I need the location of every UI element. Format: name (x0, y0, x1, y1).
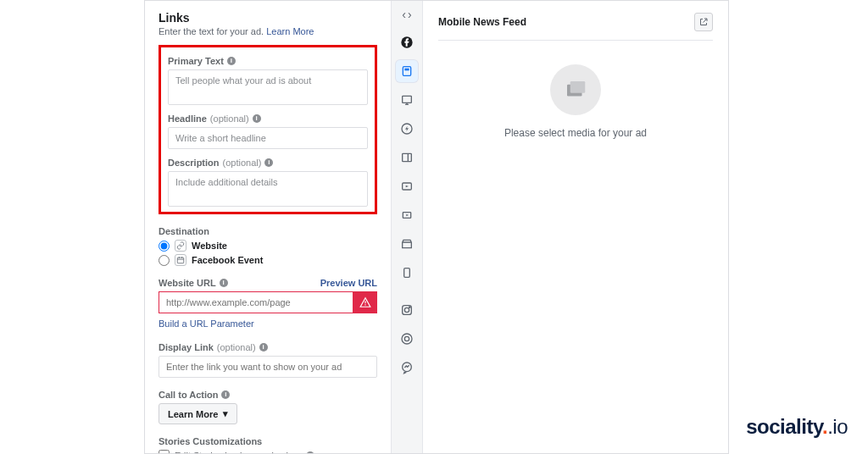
info-icon[interactable]: i (306, 451, 314, 454)
headline-label: Headline(optional) i (168, 114, 368, 124)
media-placeholder-icon (550, 64, 601, 115)
open-preview-button[interactable] (694, 13, 713, 31)
svg-point-11 (404, 307, 409, 312)
svg-rect-0 (177, 257, 184, 263)
rail-audience-network-icon[interactable] (396, 328, 418, 350)
svg-rect-2 (403, 67, 410, 76)
website-url-block: Website URL i Preview URL Build a URL Pa… (159, 278, 377, 330)
calendar-icon (175, 254, 186, 266)
destination-block: Destination Website Facebook Event (159, 226, 377, 266)
headline-input[interactable]: Write a short headline (168, 127, 368, 149)
rail-video-feed-icon[interactable] (396, 204, 418, 226)
primary-text-input[interactable]: Tell people what your ad is about (168, 69, 368, 105)
placement-rail: ‹ › (391, 1, 423, 453)
display-link-input[interactable] (159, 356, 377, 378)
info-icon[interactable]: i (221, 390, 230, 399)
svg-point-14 (404, 336, 409, 340)
preview-panel: Mobile News Feed Please select media for… (423, 1, 728, 453)
rail-instant-article-icon[interactable] (396, 118, 418, 140)
svg-rect-4 (403, 96, 412, 102)
destination-website-radio[interactable]: Website (159, 240, 377, 252)
destination-label: Destination (159, 226, 377, 236)
rail-stories-icon[interactable] (396, 262, 418, 284)
info-icon[interactable]: i (227, 57, 236, 65)
radio-input[interactable] (159, 241, 170, 252)
description-input[interactable]: Include additional details (168, 171, 368, 207)
destination-event-radio[interactable]: Facebook Event (159, 254, 377, 266)
info-icon[interactable]: i (220, 279, 228, 287)
cta-label: Call to Action i (159, 390, 377, 400)
primary-text-label: Primary Text i (168, 56, 368, 66)
preview-url-link[interactable]: Preview URL (320, 278, 377, 288)
svg-rect-6 (403, 153, 412, 161)
checkbox-input[interactable] (159, 450, 170, 453)
form-panel: Links Enter the text for your ad. Learn … (145, 1, 391, 453)
build-url-parameter-link[interactable]: Build a URL Parameter (159, 318, 254, 329)
info-icon[interactable]: i (264, 158, 273, 167)
info-icon[interactable]: i (259, 343, 268, 352)
svg-point-12 (409, 307, 410, 307)
stories-block: Stories Customizations Edit Stories back… (159, 436, 377, 453)
rail-marketplace-icon[interactable] (396, 233, 418, 255)
rail-facebook-icon[interactable] (396, 31, 418, 53)
rail-instagram-icon[interactable] (396, 299, 418, 321)
next-placement-button[interactable]: › (408, 8, 412, 21)
display-link-label: Display Link(optional) i (159, 342, 377, 352)
rail-desktop-feed-icon[interactable] (396, 89, 418, 111)
rail-mobile-feed-icon[interactable] (396, 60, 418, 82)
display-link-block: Display Link(optional) i (159, 342, 377, 378)
stories-label: Stories Customizations (159, 436, 377, 446)
section-subtitle: Enter the text for your ad. Learn More (159, 26, 377, 36)
preview-title: Mobile News Feed (438, 16, 526, 28)
link-icon (175, 240, 186, 252)
chevron-down-icon: ▾ (223, 408, 228, 419)
highlighted-fields: Primary Text i Tell people what your ad … (159, 45, 377, 214)
cta-dropdown[interactable]: Learn More ▾ (159, 403, 237, 424)
svg-point-13 (402, 334, 412, 344)
cta-block: Call to Action i Learn More ▾ (159, 390, 377, 424)
radio-input[interactable] (159, 255, 170, 266)
section-title: Links (159, 11, 377, 25)
warning-icon (353, 291, 377, 313)
stories-checkbox-row[interactable]: Edit Stories background colors i (159, 450, 377, 453)
learn-more-link[interactable]: Learn More (266, 26, 314, 36)
watermark: sociality..io (746, 415, 848, 439)
svg-rect-9 (404, 269, 410, 278)
rail-right-column-icon[interactable] (396, 147, 418, 169)
svg-rect-17 (570, 81, 586, 93)
preview-empty-text: Please select media for your ad (504, 127, 647, 139)
website-url-label: Website URL i Preview URL (159, 278, 377, 288)
svg-rect-3 (404, 69, 409, 71)
info-icon[interactable]: i (253, 114, 261, 123)
rail-instream-video-icon[interactable] (396, 175, 418, 197)
website-url-input[interactable] (159, 291, 353, 313)
description-label: Description(optional) i (168, 158, 368, 168)
prev-placement-button[interactable]: ‹ (402, 8, 406, 21)
rail-messenger-icon[interactable] (396, 357, 418, 379)
